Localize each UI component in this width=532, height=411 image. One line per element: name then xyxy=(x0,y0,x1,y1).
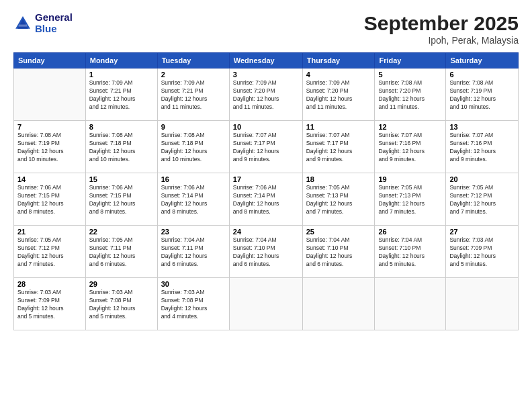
day-number: 15 xyxy=(89,175,154,183)
day-info: Sunrise: 7:06 AMSunset: 7:14 PMDaylight:… xyxy=(233,184,299,216)
calendar-cell: 26Sunrise: 7:04 AMSunset: 7:10 PMDayligh… xyxy=(375,226,446,278)
day-number: 26 xyxy=(378,228,442,236)
day-number: 29 xyxy=(89,280,154,288)
day-info: Sunrise: 7:05 AMSunset: 7:12 PMDaylight:… xyxy=(17,236,82,269)
day-info: Sunrise: 7:04 AMSunset: 7:10 PMDaylight:… xyxy=(233,236,299,269)
calendar-header-friday: Friday xyxy=(375,53,446,68)
calendar-cell xyxy=(14,68,86,121)
calendar-cell: 2Sunrise: 7:09 AMSunset: 7:21 PMDaylight… xyxy=(157,68,229,121)
logo-line1: General xyxy=(35,11,73,23)
calendar-header-sunday: Sunday xyxy=(14,53,86,68)
calendar-cell: 14Sunrise: 7:06 AMSunset: 7:15 PMDayligh… xyxy=(14,173,86,226)
day-info: Sunrise: 7:08 AMSunset: 7:19 PMDaylight:… xyxy=(449,79,515,111)
calendar-week-row: 28Sunrise: 7:03 AMSunset: 7:09 PMDayligh… xyxy=(14,278,519,330)
day-info: Sunrise: 7:07 AMSunset: 7:16 PMDaylight:… xyxy=(449,132,515,164)
day-info: Sunrise: 7:05 AMSunset: 7:13 PMDaylight:… xyxy=(306,184,371,216)
day-number: 12 xyxy=(378,123,442,131)
page: General Blue September 2025 Ipoh, Perak,… xyxy=(0,0,532,411)
day-number: 5 xyxy=(378,71,442,79)
calendar-cell: 24Sunrise: 7:04 AMSunset: 7:10 PMDayligh… xyxy=(229,226,302,278)
calendar-cell: 23Sunrise: 7:04 AMSunset: 7:11 PMDayligh… xyxy=(157,226,229,278)
calendar-header-wednesday: Wednesday xyxy=(229,53,302,68)
calendar-cell: 20Sunrise: 7:05 AMSunset: 7:12 PMDayligh… xyxy=(446,173,519,226)
day-number: 24 xyxy=(233,228,299,236)
calendar-cell: 21Sunrise: 7:05 AMSunset: 7:12 PMDayligh… xyxy=(14,226,86,278)
calendar-cell: 28Sunrise: 7:03 AMSunset: 7:09 PMDayligh… xyxy=(14,278,86,330)
calendar-cell: 1Sunrise: 7:09 AMSunset: 7:21 PMDaylight… xyxy=(85,68,157,121)
day-info: Sunrise: 7:06 AMSunset: 7:15 PMDaylight:… xyxy=(17,184,82,216)
day-info: Sunrise: 7:07 AMSunset: 7:17 PMDaylight:… xyxy=(306,132,371,164)
calendar-cell: 11Sunrise: 7:07 AMSunset: 7:17 PMDayligh… xyxy=(302,121,375,173)
day-info: Sunrise: 7:03 AMSunset: 7:08 PMDaylight:… xyxy=(161,289,226,321)
day-number: 25 xyxy=(306,228,371,236)
calendar-cell: 15Sunrise: 7:06 AMSunset: 7:15 PMDayligh… xyxy=(85,173,157,226)
location: Ipoh, Perak, Malaysia xyxy=(364,35,519,46)
day-info: Sunrise: 7:05 AMSunset: 7:13 PMDaylight:… xyxy=(378,184,442,216)
month-title: September 2025 xyxy=(364,12,519,35)
calendar-cell: 29Sunrise: 7:03 AMSunset: 7:08 PMDayligh… xyxy=(85,278,157,330)
day-number: 19 xyxy=(378,175,442,183)
day-number: 9 xyxy=(161,123,226,131)
calendar-header-row: SundayMondayTuesdayWednesdayThursdayFrid… xyxy=(14,53,519,68)
calendar-week-row: 7Sunrise: 7:08 AMSunset: 7:19 PMDaylight… xyxy=(14,121,519,173)
day-number: 11 xyxy=(306,123,371,131)
logo-icon xyxy=(13,14,32,33)
calendar-cell: 8Sunrise: 7:08 AMSunset: 7:18 PMDaylight… xyxy=(85,121,157,173)
day-number: 22 xyxy=(89,228,154,236)
day-number: 10 xyxy=(233,123,299,131)
day-info: Sunrise: 7:08 AMSunset: 7:20 PMDaylight:… xyxy=(378,79,442,111)
calendar-week-row: 14Sunrise: 7:06 AMSunset: 7:15 PMDayligh… xyxy=(14,173,519,226)
calendar-cell: 5Sunrise: 7:08 AMSunset: 7:20 PMDaylight… xyxy=(375,68,446,121)
calendar-cell: 22Sunrise: 7:05 AMSunset: 7:11 PMDayligh… xyxy=(85,226,157,278)
day-info: Sunrise: 7:04 AMSunset: 7:10 PMDaylight:… xyxy=(306,236,371,269)
day-number: 18 xyxy=(306,175,371,183)
day-number: 8 xyxy=(89,123,154,131)
day-number: 2 xyxy=(161,71,226,79)
calendar-cell: 17Sunrise: 7:06 AMSunset: 7:14 PMDayligh… xyxy=(229,173,302,226)
header: General Blue September 2025 Ipoh, Perak,… xyxy=(13,12,519,46)
calendar-cell: 6Sunrise: 7:08 AMSunset: 7:19 PMDaylight… xyxy=(446,68,519,121)
calendar-cell xyxy=(375,278,446,330)
day-number: 23 xyxy=(161,228,226,236)
calendar-cell: 13Sunrise: 7:07 AMSunset: 7:16 PMDayligh… xyxy=(446,121,519,173)
calendar-table: SundayMondayTuesdayWednesdayThursdayFrid… xyxy=(13,52,519,330)
calendar-cell: 10Sunrise: 7:07 AMSunset: 7:17 PMDayligh… xyxy=(229,121,302,173)
calendar-header-thursday: Thursday xyxy=(302,53,375,68)
day-number: 27 xyxy=(449,228,515,236)
day-info: Sunrise: 7:07 AMSunset: 7:16 PMDaylight:… xyxy=(378,132,442,164)
calendar-cell: 9Sunrise: 7:08 AMSunset: 7:18 PMDaylight… xyxy=(157,121,229,173)
day-number: 7 xyxy=(17,123,82,131)
calendar-cell xyxy=(229,278,302,330)
calendar-cell: 3Sunrise: 7:09 AMSunset: 7:20 PMDaylight… xyxy=(229,68,302,121)
logo: General Blue xyxy=(13,12,73,34)
day-info: Sunrise: 7:08 AMSunset: 7:18 PMDaylight:… xyxy=(89,132,154,164)
calendar-cell: 30Sunrise: 7:03 AMSunset: 7:08 PMDayligh… xyxy=(157,278,229,330)
day-info: Sunrise: 7:04 AMSunset: 7:10 PMDaylight:… xyxy=(378,236,442,269)
day-info: Sunrise: 7:05 AMSunset: 7:11 PMDaylight:… xyxy=(89,236,154,269)
title-block: September 2025 Ipoh, Perak, Malaysia xyxy=(364,12,519,46)
calendar-cell xyxy=(302,278,375,330)
day-number: 21 xyxy=(17,228,82,236)
day-info: Sunrise: 7:03 AMSunset: 7:09 PMDaylight:… xyxy=(449,236,515,269)
day-info: Sunrise: 7:03 AMSunset: 7:08 PMDaylight:… xyxy=(89,289,154,321)
calendar-cell: 25Sunrise: 7:04 AMSunset: 7:10 PMDayligh… xyxy=(302,226,375,278)
calendar-header-saturday: Saturday xyxy=(446,53,519,68)
day-number: 14 xyxy=(17,175,82,183)
day-info: Sunrise: 7:09 AMSunset: 7:21 PMDaylight:… xyxy=(161,79,226,111)
day-info: Sunrise: 7:04 AMSunset: 7:11 PMDaylight:… xyxy=(161,236,226,269)
day-number: 28 xyxy=(17,280,82,288)
day-info: Sunrise: 7:06 AMSunset: 7:15 PMDaylight:… xyxy=(89,184,154,216)
calendar-cell: 7Sunrise: 7:08 AMSunset: 7:19 PMDaylight… xyxy=(14,121,86,173)
day-number: 4 xyxy=(306,71,371,79)
day-number: 20 xyxy=(449,175,515,183)
calendar-cell: 4Sunrise: 7:09 AMSunset: 7:20 PMDaylight… xyxy=(302,68,375,121)
day-info: Sunrise: 7:09 AMSunset: 7:21 PMDaylight:… xyxy=(89,79,154,111)
day-number: 1 xyxy=(89,71,154,79)
calendar-week-row: 1Sunrise: 7:09 AMSunset: 7:21 PMDaylight… xyxy=(14,68,519,121)
day-number: 16 xyxy=(161,175,226,183)
calendar-cell: 19Sunrise: 7:05 AMSunset: 7:13 PMDayligh… xyxy=(375,173,446,226)
day-info: Sunrise: 7:05 AMSunset: 7:12 PMDaylight:… xyxy=(449,184,515,216)
day-number: 3 xyxy=(233,71,299,79)
calendar-cell: 16Sunrise: 7:06 AMSunset: 7:14 PMDayligh… xyxy=(157,173,229,226)
day-number: 6 xyxy=(449,71,515,79)
